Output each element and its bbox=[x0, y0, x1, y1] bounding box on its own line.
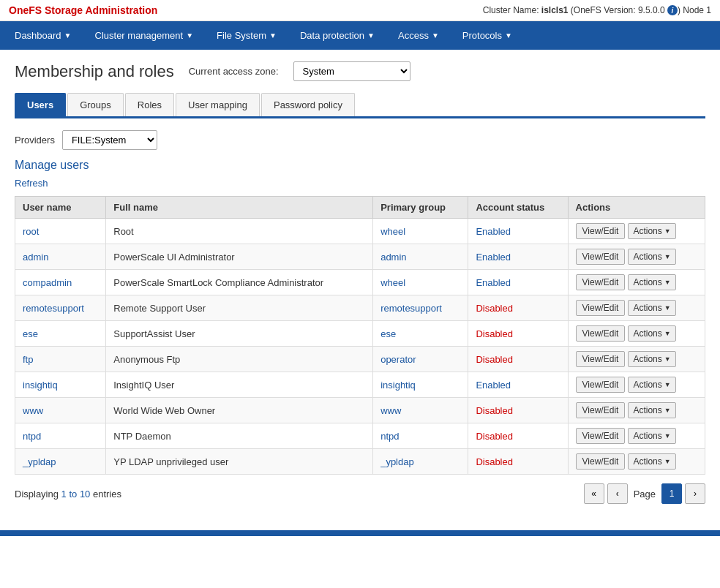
view-edit-button[interactable]: View/Edit bbox=[576, 249, 626, 265]
status-badge: Enabled bbox=[476, 277, 511, 288]
tab-password-policy[interactable]: Password policy bbox=[261, 93, 355, 116]
col-account-status: Account status bbox=[468, 197, 568, 219]
cell-fullname: Remote Support User bbox=[106, 295, 373, 321]
view-edit-button[interactable]: View/Edit bbox=[576, 300, 626, 316]
username-link[interactable]: admin bbox=[23, 252, 48, 263]
cell-fullname: InsightIQ User bbox=[106, 372, 373, 398]
nav-file-system[interactable]: File System ▼ bbox=[205, 21, 288, 50]
cell-status: Enabled bbox=[468, 219, 568, 244]
status-badge: Disabled bbox=[476, 405, 513, 416]
nav-dashboard[interactable]: Dashboard ▼ bbox=[3, 21, 83, 50]
view-edit-button[interactable]: View/Edit bbox=[576, 453, 626, 470]
cell-username: _ypldap bbox=[15, 449, 106, 475]
view-edit-button[interactable]: View/Edit bbox=[576, 428, 626, 444]
actions-button[interactable]: Actions ▼ bbox=[628, 325, 675, 342]
providers-label: Providers bbox=[15, 135, 55, 146]
group-link[interactable]: operator bbox=[380, 354, 416, 365]
actions-button[interactable]: Actions ▼ bbox=[628, 453, 675, 470]
next-page-button[interactable]: › bbox=[685, 483, 705, 504]
cell-fullname: YP LDAP unprivileged user bbox=[106, 449, 373, 475]
cell-fullname: Root bbox=[106, 219, 373, 244]
node-label: Node 1 bbox=[683, 5, 711, 15]
actions-button[interactable]: Actions ▼ bbox=[628, 377, 675, 393]
chevron-down-icon: ▼ bbox=[664, 458, 671, 465]
username-link[interactable]: ese bbox=[23, 328, 38, 339]
username-link[interactable]: ftp bbox=[23, 354, 33, 365]
actions-button[interactable]: Actions ▼ bbox=[628, 223, 675, 239]
cell-primary-group: operator bbox=[373, 347, 468, 372]
actions-button[interactable]: Actions ▼ bbox=[628, 274, 675, 290]
group-link[interactable]: _ypldap bbox=[380, 456, 414, 467]
actions-button[interactable]: Actions ▼ bbox=[628, 300, 675, 316]
nav-data-protection[interactable]: Data protection ▼ bbox=[288, 21, 386, 50]
username-link[interactable]: compadmin bbox=[23, 277, 72, 288]
status-badge: Disabled bbox=[476, 354, 513, 365]
chevron-down-icon: ▼ bbox=[664, 381, 671, 388]
cell-status: Disabled bbox=[468, 398, 568, 423]
username-link[interactable]: www bbox=[23, 405, 43, 416]
group-link[interactable]: remotesupport bbox=[380, 303, 442, 314]
actions-button[interactable]: Actions ▼ bbox=[628, 249, 675, 265]
cell-actions: View/Edit Actions ▼ bbox=[568, 219, 705, 244]
chevron-down-icon: ▼ bbox=[64, 31, 72, 39]
page-label: Page bbox=[634, 489, 656, 500]
cell-fullname: PowerScale UI Administrator bbox=[106, 244, 373, 270]
pagination-controls: « ‹ Page 1 › bbox=[584, 483, 705, 504]
cluster-label: Cluster Name: bbox=[483, 5, 539, 15]
cell-status: Disabled bbox=[468, 295, 568, 321]
page-1-button[interactable]: 1 bbox=[661, 483, 682, 504]
username-link[interactable]: ntpd bbox=[23, 431, 41, 442]
main-content: Membership and roles Current access zone… bbox=[0, 50, 720, 516]
providers-select[interactable]: FILE:System LOCAL:System LDAP:System bbox=[62, 130, 157, 150]
view-edit-button[interactable]: View/Edit bbox=[576, 351, 626, 367]
tab-roles[interactable]: Roles bbox=[125, 93, 174, 116]
cell-status: Disabled bbox=[468, 321, 568, 347]
username-link[interactable]: _ypldap bbox=[23, 456, 56, 467]
view-edit-button[interactable]: View/Edit bbox=[576, 274, 626, 290]
username-link[interactable]: remotesupport bbox=[23, 303, 84, 314]
chevron-down-icon: ▼ bbox=[664, 432, 671, 440]
nav-cluster-management[interactable]: Cluster management ▼ bbox=[83, 21, 206, 50]
nav-access[interactable]: Access ▼ bbox=[386, 21, 451, 50]
cell-actions: View/Edit Actions ▼ bbox=[568, 295, 705, 321]
group-link[interactable]: ese bbox=[380, 328, 396, 339]
group-link[interactable]: admin bbox=[380, 252, 406, 263]
actions-button[interactable]: Actions ▼ bbox=[628, 428, 675, 444]
group-link[interactable]: www bbox=[380, 405, 401, 416]
first-page-button[interactable]: « bbox=[584, 483, 604, 504]
cell-status: Disabled bbox=[468, 423, 568, 449]
username-link[interactable]: insightiq bbox=[23, 380, 58, 391]
info-icon[interactable]: i bbox=[667, 5, 678, 15]
chevron-down-icon: ▼ bbox=[664, 355, 671, 363]
username-link[interactable]: root bbox=[23, 226, 39, 237]
cell-primary-group: ntpd bbox=[373, 423, 468, 449]
cell-primary-group: ese bbox=[373, 321, 468, 347]
nav-protocols[interactable]: Protocols ▼ bbox=[451, 21, 524, 50]
view-edit-button[interactable]: View/Edit bbox=[576, 402, 626, 418]
group-link[interactable]: wheel bbox=[380, 277, 405, 288]
table-row: ese SupportAssist User ese Disabled View… bbox=[15, 321, 705, 347]
cell-fullname: NTP Daemon bbox=[106, 423, 373, 449]
group-link[interactable]: wheel bbox=[380, 226, 405, 237]
chevron-down-icon: ▼ bbox=[664, 253, 671, 260]
group-link[interactable]: ntpd bbox=[380, 431, 399, 442]
cell-username: root bbox=[15, 219, 106, 244]
prev-page-button[interactable]: ‹ bbox=[607, 483, 628, 504]
access-zone-label: Current access zone: bbox=[189, 66, 279, 77]
tab-users[interactable]: Users bbox=[15, 93, 66, 116]
pagination-row: Displaying 1 to 10 entries « ‹ Page 1 › bbox=[15, 483, 705, 504]
tab-groups[interactable]: Groups bbox=[67, 93, 124, 116]
chevron-down-icon: ▼ bbox=[664, 330, 671, 337]
access-zone-select[interactable]: System bbox=[293, 61, 410, 81]
cell-primary-group: _ypldap bbox=[373, 449, 468, 475]
actions-button[interactable]: Actions ▼ bbox=[628, 351, 675, 367]
tab-user-mapping[interactable]: User mapping bbox=[176, 93, 260, 116]
refresh-link[interactable]: Refresh bbox=[15, 178, 48, 189]
displaying-text: Displaying 1 to 10 entries bbox=[15, 489, 121, 500]
view-edit-button[interactable]: View/Edit bbox=[576, 223, 626, 239]
group-link[interactable]: insightiq bbox=[380, 380, 416, 391]
actions-button[interactable]: Actions ▼ bbox=[628, 402, 675, 418]
chevron-down-icon: ▼ bbox=[664, 407, 671, 414]
view-edit-button[interactable]: View/Edit bbox=[576, 325, 626, 342]
view-edit-button[interactable]: View/Edit bbox=[576, 377, 626, 393]
